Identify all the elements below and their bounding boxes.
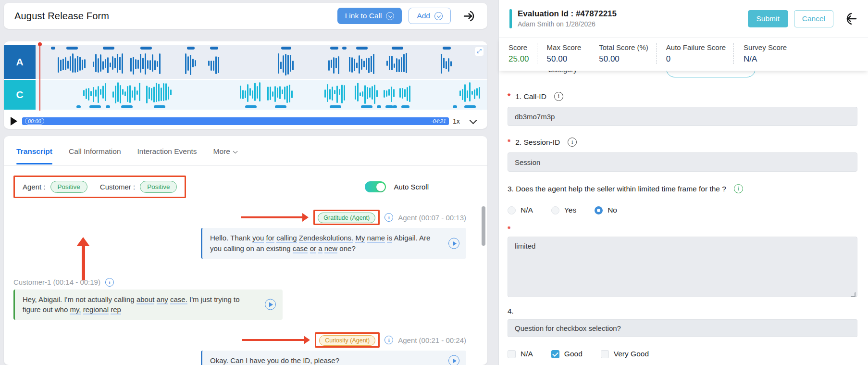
agent-sentiment-label: Agent : [23, 183, 46, 191]
caret-down-icon [233, 149, 238, 153]
q3-info-icon[interactable]: i [734, 184, 743, 193]
transcript-scrollbar-thumb[interactable] [482, 206, 485, 246]
header-actions: Link to Call Add [337, 8, 477, 24]
message-text [308, 244, 310, 252]
q4-question-text: Question for checkbox selection? [515, 324, 621, 332]
required-asterisk: * [508, 225, 510, 233]
waveform-track-customer[interactable] [4, 80, 487, 110]
highlighted-word: Zendeskolutions. [299, 234, 353, 243]
highlighted-word: or [310, 244, 316, 253]
exit-fullscreen-icon[interactable] [462, 9, 477, 23]
cancel-button[interactable]: Cancel [794, 10, 833, 27]
tab-interaction-events[interactable]: Interaction Events [137, 147, 197, 164]
emotion-badge[interactable]: Curiosity (Agent) [319, 335, 375, 346]
player-controls: 00:00 -04:21 1x [4, 113, 487, 129]
message-text: Hey, Abigail. I'm not actually calling [23, 295, 136, 303]
highlighted-word: name [367, 234, 385, 243]
waveform-track-agent[interactable] [4, 45, 487, 79]
message-meta: Agent (00:07 - 00:13) [398, 214, 466, 222]
tab-bar: TranscriptCall InformationInteraction Ev… [4, 136, 487, 166]
radio-option-yes[interactable]: Yes [551, 206, 576, 214]
score-col-max-score: Max Score50.00 [537, 43, 589, 64]
q3-radio-group: N/AYesNo [508, 206, 857, 214]
q1-call-id-input[interactable] [508, 107, 857, 126]
score-label: Survey Score [744, 43, 787, 51]
playhead-marker[interactable] [39, 44, 40, 111]
customer-sentiment-label: Customer : [100, 183, 135, 191]
checkbox-unchecked-icon[interactable] [508, 350, 516, 358]
sentiment-row: Agent : Positive Customer : Positive Aut… [13, 176, 475, 198]
radio-option-no[interactable]: No [595, 206, 617, 214]
message-bubble: Hey, Abigail. I'm not actually calling a… [13, 289, 283, 320]
message-bubble: Okay. Can I have you do the ID, please? [201, 351, 466, 365]
score-value: 25.00 [508, 54, 529, 64]
score-col-score: Score25.00 [499, 43, 537, 64]
evaluation-subtitle: Adam Smith on 1/28/2026 [518, 20, 617, 28]
checkbox-unchecked-icon[interactable] [601, 350, 609, 358]
info-icon[interactable]: i [384, 213, 393, 222]
q2-label: 2. Session-ID [515, 138, 560, 147]
annotation-arrow [241, 213, 309, 222]
radio-checked-icon[interactable] [595, 206, 603, 214]
link-to-call-label: Link to Call [345, 12, 382, 20]
required-asterisk: * [508, 138, 510, 147]
play-snippet-icon[interactable] [265, 299, 276, 310]
checkbox-option-n-a[interactable]: N/A [508, 350, 533, 358]
tab-more[interactable]: More [213, 147, 236, 164]
clipped-pill-button[interactable] [666, 71, 756, 77]
message-agent: Gratitude (Agent)iAgent (00:07 - 00:13)H… [201, 210, 466, 259]
play-snippet-icon[interactable] [448, 355, 459, 365]
tab-transcript[interactable]: Transcript [16, 147, 52, 164]
highlighted-word: you [252, 234, 264, 243]
highlighted-word: calling [276, 234, 297, 243]
checkbox-option-very-good[interactable]: Very Good [601, 350, 649, 358]
add-label: Add [417, 12, 430, 20]
expand-icon[interactable]: ⤢ [475, 47, 484, 56]
link-to-call-button[interactable]: Link to Call [337, 8, 402, 24]
annotation-arrow [242, 336, 310, 344]
tab-call-information[interactable]: Call Information [69, 147, 121, 164]
score-col-survey-score: Survey ScoreN/A [733, 43, 794, 64]
checkbox-checked-icon[interactable] [551, 350, 559, 358]
page-title: August Release Form [14, 11, 109, 22]
submit-button[interactable]: Submit [748, 10, 788, 27]
clipped-scrolled-row: Category [499, 71, 868, 79]
radio-unchecked-icon[interactable] [551, 206, 559, 214]
message-text: Okay. Can I have you do the ID, please? [210, 356, 339, 365]
play-snippet-icon[interactable] [448, 238, 459, 249]
message-text [154, 295, 156, 303]
collapse-panel-icon[interactable] [843, 11, 858, 26]
play-button[interactable] [11, 117, 17, 126]
form-header-card: August Release Form Link to Call Add [4, 3, 487, 29]
q1-info-icon[interactable]: i [554, 92, 563, 101]
highlighted-word: regional [83, 305, 109, 315]
current-time: 00:00 [25, 118, 44, 125]
track-a-label: A [4, 45, 36, 79]
emotion-badge[interactable]: Gratitude (Agent) [318, 213, 375, 223]
auto-scroll-toggle[interactable] [365, 181, 386, 192]
collapse-player-icon[interactable] [470, 116, 477, 124]
agent-sentiment-badge[interactable]: Positive [50, 181, 87, 193]
q3-answer-textarea[interactable] [508, 237, 857, 297]
message-agent: Curiosity (Agent)iAgent (00:21 - 00:24)O… [201, 332, 466, 365]
annotation-up-arrow [76, 237, 90, 280]
info-icon[interactable]: i [384, 336, 393, 344]
radio-unchecked-icon[interactable] [508, 206, 516, 214]
info-icon[interactable]: i [105, 278, 114, 287]
message-customer: Customer-1 (00:14 - 00:19)iHey, Abigail.… [13, 278, 283, 320]
score-label: Auto Failure Score [666, 43, 726, 51]
evaluation-form: * 1. Call-ID i * 2. Session-ID i 3. Does… [499, 79, 868, 365]
radio-option-n-a[interactable]: N/A [508, 206, 533, 214]
option-label: N/A [521, 350, 533, 358]
message-header: Curiosity (Agent)iAgent (00:21 - 00:24) [201, 332, 466, 348]
add-button[interactable]: Add [409, 8, 451, 24]
score-label: Score [508, 43, 529, 51]
checkbox-option-good[interactable]: Good [551, 350, 583, 358]
q2-session-id-input[interactable] [508, 152, 857, 172]
playback-speed[interactable]: 1x [453, 117, 460, 125]
customer-sentiment-badge[interactable]: Positive [140, 181, 177, 193]
seek-bar[interactable]: 00:00 -04:21 [22, 117, 449, 125]
q2-info-icon[interactable]: i [568, 138, 577, 147]
message-text: one? [337, 244, 356, 252]
highlighted-word: my, [70, 305, 81, 315]
